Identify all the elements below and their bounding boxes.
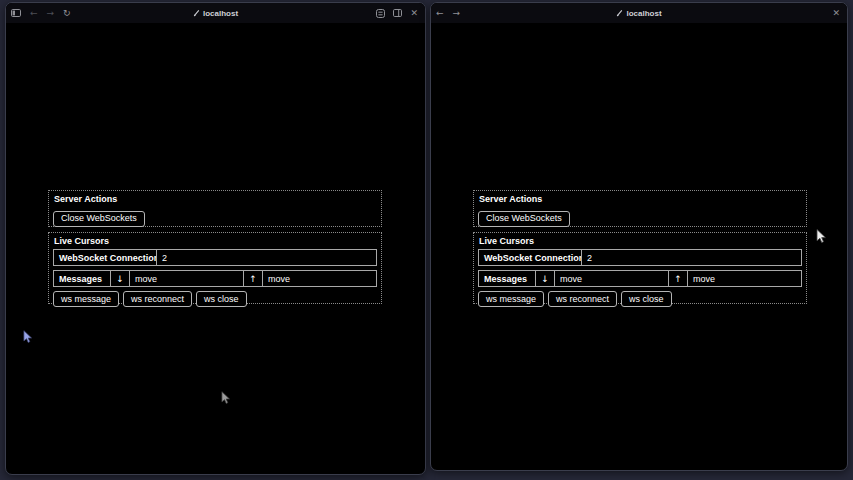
connections-table: WebSocket Connections 2 [53,249,377,266]
table-row: Messages ↓ move ↑ move [479,271,802,287]
reader-list-icon[interactable] [376,9,385,18]
last-received-message: move [555,271,669,287]
panel-legend: Server Actions [479,194,802,204]
titlebar-right-controls: ✕ [832,9,840,18]
back-icon[interactable]: ← [436,9,444,18]
reload-icon[interactable]: ↻ [63,9,71,18]
table-row: WebSocket Connections 2 [479,250,802,266]
close-websockets-button[interactable]: Close WebSockets [478,211,570,227]
page-content: Server Actions Close WebSockets Live Cur… [431,23,847,470]
received-arrow-icon: ↓ [111,271,130,287]
forward-icon[interactable]: → [47,9,55,18]
browser-window-left: ← → ↻ localhost [5,2,426,475]
last-received-message: move [130,271,244,287]
address-title: localhost [193,9,238,18]
ws-reconnect-button[interactable]: ws reconnect [548,291,617,307]
connections-table: WebSocket Connections 2 [478,249,802,266]
link-icon [616,9,623,17]
close-icon[interactable]: ✕ [410,9,418,18]
panel-legend: Live Cursors [54,236,377,246]
ws-close-button[interactable]: ws close [196,291,247,307]
live-cursors-panel: Live Cursors WebSocket Connections 2 Mes… [473,232,807,304]
titlebar-left-controls: ← → ↻ [11,9,71,18]
connections-count: 2 [157,250,377,266]
forward-icon[interactable]: → [453,9,461,18]
panel-legend: Live Cursors [479,236,802,246]
panel-legend: Server Actions [54,194,377,204]
close-websockets-button[interactable]: Close WebSockets [53,211,145,227]
ws-message-button[interactable]: ws message [53,291,119,307]
messages-label: Messages [54,271,111,287]
ws-reconnect-button[interactable]: ws reconnect [123,291,192,307]
messages-label: Messages [479,271,536,287]
table-row: WebSocket Connections 2 [54,250,377,266]
table-row: Messages ↓ move ↑ move [54,271,377,287]
close-icon[interactable]: ✕ [832,9,840,18]
split-view-icon[interactable] [393,9,402,17]
server-actions-panel: Server Actions Close WebSockets [48,190,382,227]
page-title: localhost [626,9,661,18]
live-cursors-panel: Live Cursors WebSocket Connections 2 Mes… [48,232,382,304]
ws-button-row: ws message ws reconnect ws close [53,291,377,307]
received-arrow-icon: ↓ [536,271,555,287]
connections-count: 2 [582,250,802,266]
messages-table: Messages ↓ move ↑ move [53,270,377,287]
messages-table: Messages ↓ move ↑ move [478,270,802,287]
page-content: Server Actions Close WebSockets Live Cur… [6,23,425,474]
sent-arrow-icon: ↑ [669,271,688,287]
connections-label: WebSocket Connections [479,250,582,266]
link-icon [193,9,200,17]
page-title: localhost [203,9,238,18]
back-icon[interactable]: ← [30,9,38,18]
ws-close-button[interactable]: ws close [621,291,672,307]
last-sent-message: move [688,271,802,287]
last-sent-message: move [263,271,377,287]
ws-message-button[interactable]: ws message [478,291,544,307]
sent-arrow-icon: ↑ [244,271,263,287]
titlebar-left-controls: ← → [436,9,460,18]
connections-label: WebSocket Connections [54,250,157,266]
address-title: localhost [616,9,661,18]
titlebar[interactable]: ← → localhost ✕ [431,3,847,23]
sidebar-icon[interactable] [11,9,21,17]
titlebar-right-controls: ✕ [376,9,418,18]
browser-window-right: ← → localhost ✕ Server Actions Close Web… [430,2,848,471]
server-actions-panel: Server Actions Close WebSockets [473,190,807,227]
titlebar[interactable]: ← → ↻ localhost [6,3,425,23]
ws-button-row: ws message ws reconnect ws close [478,291,802,307]
